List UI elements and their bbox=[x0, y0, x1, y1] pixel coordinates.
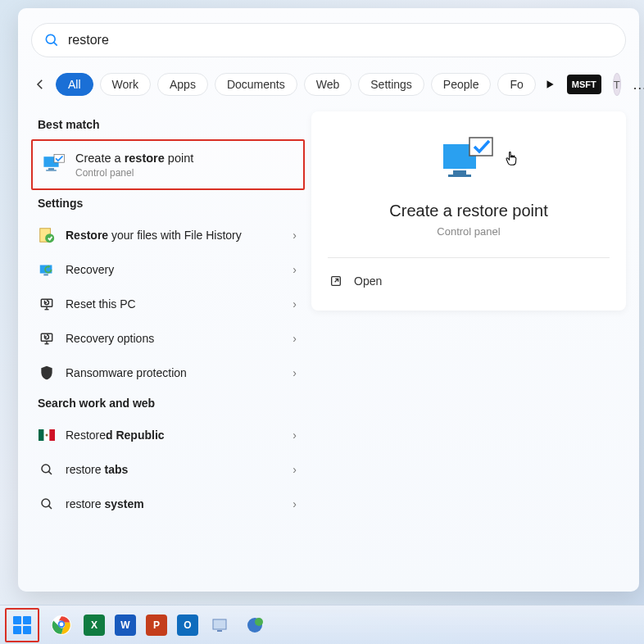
reset-pc-icon bbox=[38, 295, 56, 313]
svg-rect-10 bbox=[43, 274, 48, 275]
svg-rect-34 bbox=[213, 619, 226, 629]
tab-apps[interactable]: Apps bbox=[157, 73, 208, 96]
more-options-button[interactable]: … bbox=[633, 76, 644, 93]
open-action[interactable]: Open bbox=[328, 268, 610, 294]
settings-item-recovery-options[interactable]: Recovery options › bbox=[31, 321, 305, 356]
settings-heading: Settings bbox=[38, 197, 305, 210]
svg-point-8 bbox=[45, 234, 54, 243]
taskbar-app-outlook[interactable]: O bbox=[177, 615, 198, 636]
best-match-result[interactable]: Create a restore point Control panel bbox=[31, 139, 305, 190]
svg-rect-18 bbox=[39, 429, 44, 441]
best-match-subtitle: Control panel bbox=[75, 167, 193, 179]
web-item-label: Restored Republic bbox=[66, 429, 283, 442]
preview-card: Create a restore point Control panel Ope… bbox=[311, 111, 626, 311]
svg-rect-29 bbox=[469, 138, 492, 156]
web-item-restore-system[interactable]: restore system › bbox=[31, 487, 305, 521]
results-left-column: Best match Create a restore point Contro… bbox=[31, 111, 305, 521]
shield-icon bbox=[38, 364, 56, 382]
search-icon bbox=[38, 495, 56, 513]
tab-all[interactable]: All bbox=[56, 73, 93, 96]
svg-point-22 bbox=[42, 465, 50, 473]
results-content: Best match Create a restore point Contro… bbox=[31, 111, 626, 521]
monitor-checkmark-icon bbox=[43, 154, 66, 175]
recovery-icon bbox=[38, 261, 56, 279]
chevron-right-icon: › bbox=[293, 463, 297, 476]
svg-line-1 bbox=[54, 43, 57, 46]
settings-item-ransomware[interactable]: Ransomware protection › bbox=[31, 356, 305, 390]
svg-point-24 bbox=[42, 499, 50, 507]
svg-rect-5 bbox=[46, 170, 57, 170]
svg-rect-6 bbox=[54, 154, 65, 162]
taskbar: X W P O bbox=[0, 605, 644, 644]
scroll-tabs-right[interactable] bbox=[544, 72, 556, 97]
open-label: Open bbox=[354, 274, 382, 288]
web-heading: Search work and web bbox=[38, 397, 305, 410]
svg-rect-4 bbox=[48, 168, 54, 170]
svg-marker-2 bbox=[546, 80, 553, 88]
settings-item-recovery[interactable]: Recovery › bbox=[31, 252, 305, 287]
web-item-restore-tabs[interactable]: restore tabs › bbox=[31, 452, 305, 487]
chevron-right-icon: › bbox=[293, 263, 297, 276]
chevron-right-icon: › bbox=[293, 229, 297, 242]
divider bbox=[328, 257, 610, 258]
chevron-right-icon: › bbox=[293, 497, 297, 510]
preview-title: Create a restore point bbox=[328, 202, 610, 220]
taskbar-app-powerpoint[interactable]: P bbox=[146, 615, 167, 636]
svg-point-21 bbox=[46, 433, 48, 436]
svg-rect-35 bbox=[217, 630, 222, 632]
search-input[interactable] bbox=[68, 33, 614, 48]
msft-badge[interactable]: MSFT bbox=[567, 75, 601, 94]
svg-point-33 bbox=[60, 622, 64, 626]
svg-line-23 bbox=[48, 471, 52, 474]
user-avatar[interactable]: T bbox=[613, 73, 621, 96]
tab-settings[interactable]: Settings bbox=[358, 73, 424, 96]
file-history-icon bbox=[38, 226, 56, 244]
settings-item-file-history[interactable]: Restore your files with File History › bbox=[31, 218, 305, 252]
flag-icon bbox=[38, 426, 56, 444]
chevron-right-icon: › bbox=[293, 429, 297, 442]
search-panel: All Work Apps Documents Web Settings Peo… bbox=[18, 8, 639, 592]
search-icon bbox=[43, 32, 60, 48]
tab-documents[interactable]: Documents bbox=[215, 73, 297, 96]
taskbar-app-excel[interactable]: X bbox=[84, 615, 105, 636]
svg-rect-20 bbox=[49, 429, 55, 441]
web-item-restored-republic[interactable]: Restored Republic › bbox=[31, 418, 305, 452]
filter-tabs-row: All Work Apps Documents Web Settings Peo… bbox=[33, 72, 624, 97]
search-icon bbox=[38, 460, 56, 478]
settings-item-label: Recovery options bbox=[66, 332, 283, 345]
open-external-icon bbox=[329, 274, 342, 288]
tab-people[interactable]: People bbox=[431, 73, 492, 96]
settings-item-reset-pc[interactable]: Reset this PC › bbox=[31, 287, 305, 321]
svg-point-0 bbox=[46, 34, 55, 43]
taskbar-app-generic-2[interactable] bbox=[243, 613, 267, 637]
taskbar-app-generic-1[interactable] bbox=[208, 613, 233, 637]
tab-work[interactable]: Work bbox=[100, 73, 151, 96]
taskbar-app-word[interactable]: W bbox=[115, 615, 136, 636]
settings-item-label: Reset this PC bbox=[66, 297, 283, 311]
chevron-right-icon: › bbox=[293, 297, 297, 311]
best-match-title: Create a restore point bbox=[75, 151, 193, 166]
tab-more[interactable]: Fo bbox=[497, 73, 535, 96]
preview-icon-wrap bbox=[328, 136, 610, 185]
web-item-label: restore tabs bbox=[66, 463, 283, 476]
search-bar[interactable] bbox=[31, 23, 626, 57]
windows-logo-icon bbox=[13, 616, 31, 634]
svg-point-37 bbox=[255, 618, 263, 626]
web-item-label: restore system bbox=[66, 497, 283, 510]
settings-item-label: Ransomware protection bbox=[66, 366, 283, 379]
back-button[interactable] bbox=[33, 72, 48, 97]
recovery-options-icon bbox=[38, 329, 56, 347]
preview-column: Create a restore point Control panel Ope… bbox=[305, 111, 626, 521]
svg-rect-28 bbox=[448, 175, 471, 177]
preview-subtitle: Control panel bbox=[328, 225, 610, 238]
svg-rect-27 bbox=[453, 170, 466, 175]
cursor-hand-icon bbox=[503, 151, 519, 169]
best-match-heading: Best match bbox=[38, 118, 305, 131]
monitor-checkmark-icon-large bbox=[440, 136, 497, 185]
start-button[interactable] bbox=[5, 608, 39, 642]
taskbar-app-chrome[interactable] bbox=[49, 613, 74, 637]
svg-line-25 bbox=[48, 506, 52, 509]
settings-item-label: Restore your files with File History bbox=[66, 229, 283, 242]
tab-web[interactable]: Web bbox=[304, 73, 352, 96]
chevron-right-icon: › bbox=[293, 332, 297, 345]
